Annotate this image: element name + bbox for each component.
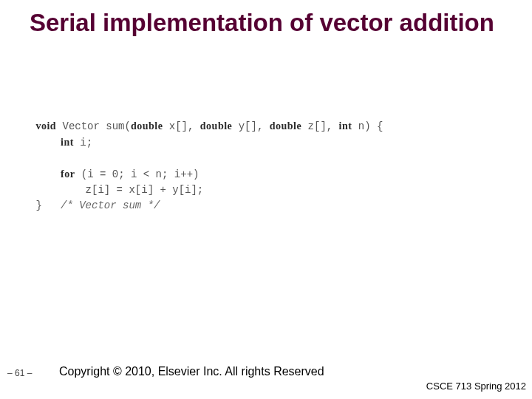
- code-text: [30, 168, 61, 180]
- kw-double: double: [200, 120, 232, 132]
- code-text: n) {: [352, 120, 383, 132]
- copyright-text: Copyright © 2010, Elsevier Inc. All righ…: [59, 365, 324, 378]
- code-text: z[i] = x[i] + y[i];: [30, 184, 203, 196]
- page-number: – 61 –: [7, 368, 32, 378]
- kw-double: double: [131, 120, 163, 132]
- code-text: (i = 0; i < n; i++): [75, 168, 199, 180]
- code-comment: /* Vector sum */: [61, 200, 160, 211]
- code-block: void Vector sum(double x[], double y[], …: [30, 118, 502, 214]
- kw-int: int: [339, 120, 352, 132]
- slide-title: Serial implementation of vector addition: [30, 9, 502, 37]
- kw-double: double: [270, 120, 301, 132]
- code-text: [30, 137, 61, 149]
- code-text: }: [30, 200, 61, 211]
- kw-int: int: [61, 137, 74, 148]
- code-text: [30, 152, 35, 164]
- code-text: y[],: [232, 120, 269, 132]
- code-text: z[],: [301, 120, 338, 132]
- kw-void: void: [35, 120, 56, 132]
- slide: Serial implementation of vector addition…: [0, 0, 532, 399]
- kw-for: for: [61, 168, 75, 180]
- code-text: Vector sum(: [56, 120, 131, 132]
- course-label: CSCE 713 Spring 2012: [426, 381, 526, 392]
- code-text: i;: [74, 137, 92, 149]
- code-text: x[],: [163, 120, 200, 132]
